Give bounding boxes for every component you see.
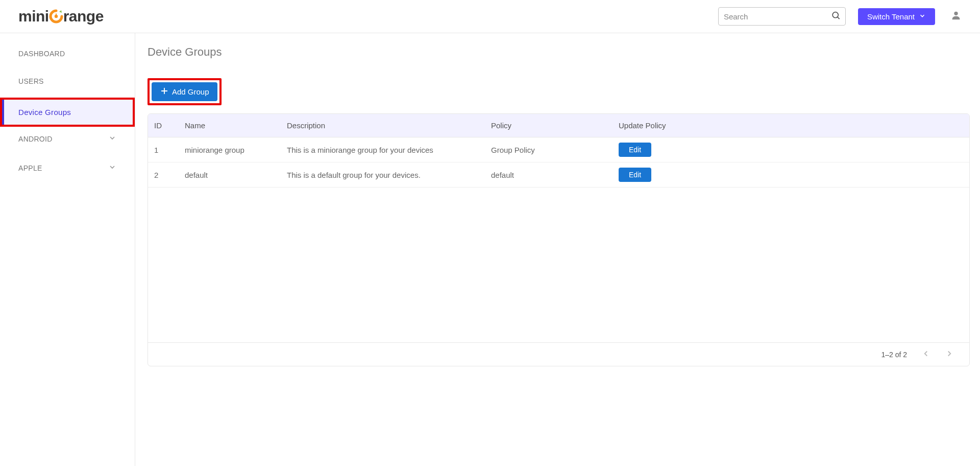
switch-tenant-button[interactable]: Switch Tenant: [858, 8, 935, 25]
svg-line-3: [838, 17, 840, 19]
sidebar-item-device-groups[interactable]: Device Groups: [0, 98, 135, 127]
chevron-down-icon: [108, 134, 116, 144]
sidebar-item-users[interactable]: USERS: [0, 70, 135, 92]
plus-icon: [160, 86, 169, 97]
main-content: Device Groups Add Group ID Name Descript…: [135, 33, 980, 466]
search-icon[interactable]: [831, 11, 841, 22]
col-header-update-policy: Update Policy: [612, 114, 969, 137]
add-group-highlight: Add Group: [148, 78, 222, 105]
sidebar-item-android[interactable]: ANDROID: [0, 127, 135, 151]
sidebar-item-label: USERS: [18, 77, 44, 85]
sidebar-item-apple[interactable]: APPLE: [0, 156, 135, 180]
chevron-down-icon: [108, 163, 116, 173]
col-header-description: Description: [281, 114, 485, 137]
edit-button[interactable]: Edit: [619, 168, 651, 182]
cell-id: 2: [148, 162, 179, 188]
edit-button[interactable]: Edit: [619, 143, 651, 157]
cell-policy: Group Policy: [485, 137, 612, 162]
sidebar-item-label: DASHBOARD: [18, 50, 65, 58]
cell-id: 1: [148, 137, 179, 162]
svg-point-4: [954, 12, 958, 15]
sidebar-item-label: Device Groups: [18, 108, 71, 116]
col-header-policy: Policy: [485, 114, 612, 137]
search-input[interactable]: [718, 7, 846, 26]
col-header-id: ID: [148, 114, 179, 137]
cell-description: This is a miniorange group for your devi…: [281, 137, 485, 162]
page-title: Device Groups: [148, 45, 970, 59]
chevron-down-icon: [919, 12, 926, 21]
svg-point-2: [832, 12, 838, 18]
sidebar-item-dashboard[interactable]: DASHBOARD: [0, 42, 135, 65]
sidebar: DASHBOARD USERS Device Groups ANDROID AP…: [0, 33, 135, 466]
pagination-bar: 1–2 of 2: [148, 342, 969, 366]
col-header-name: Name: [179, 114, 281, 137]
logo: mini range: [18, 8, 104, 25]
user-avatar-icon[interactable]: [950, 10, 962, 23]
prev-page-icon[interactable]: [921, 349, 930, 360]
cell-policy: default: [485, 162, 612, 188]
svg-rect-1: [56, 14, 57, 15]
next-page-icon[interactable]: [945, 349, 954, 360]
add-group-button[interactable]: Add Group: [152, 82, 217, 101]
cell-update-policy: Edit: [612, 162, 969, 188]
sidebar-item-label: ANDROID: [18, 135, 53, 143]
pagination-range: 1–2 of 2: [881, 351, 907, 359]
add-group-label: Add Group: [172, 87, 209, 96]
cell-update-policy: Edit: [612, 137, 969, 162]
cell-name: default: [179, 162, 281, 188]
table-row: 1 miniorange group This is a miniorange …: [148, 137, 969, 162]
table-card: ID Name Description Policy Update Policy…: [148, 113, 970, 366]
search-wrap: [718, 7, 846, 26]
cell-name: miniorange group: [179, 137, 281, 162]
top-header: mini range Switch Tenant: [0, 0, 980, 33]
groups-table: ID Name Description Policy Update Policy…: [148, 114, 969, 188]
cell-description: This is a default group for your devices…: [281, 162, 485, 188]
svg-point-0: [54, 15, 57, 18]
logo-orb-icon: [49, 9, 63, 24]
table-row: 2 default This is a default group for yo…: [148, 162, 969, 188]
switch-tenant-label: Switch Tenant: [867, 12, 915, 21]
sidebar-item-label: APPLE: [18, 164, 42, 172]
